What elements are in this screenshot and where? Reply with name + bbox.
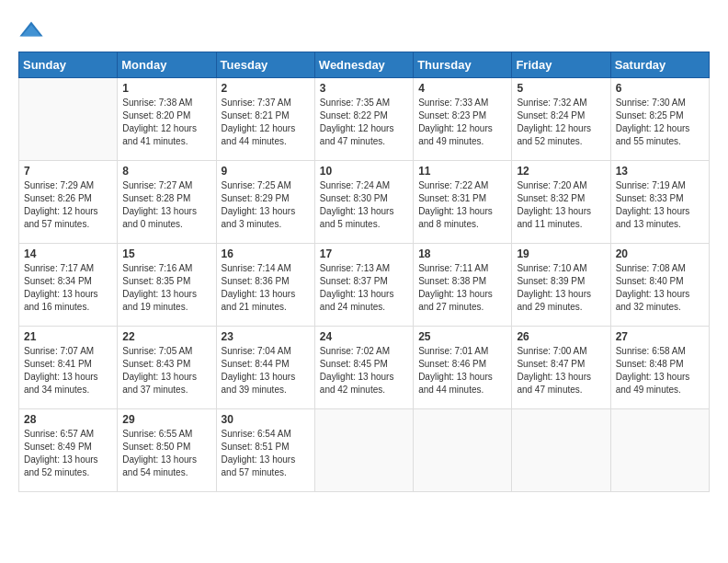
calendar-cell: 13Sunrise: 7:19 AM Sunset: 8:33 PM Dayli… [610, 161, 709, 244]
day-number: 20 [616, 247, 704, 260]
day-sun-info: Sunrise: 6:55 AM Sunset: 8:50 PM Dayligh… [122, 428, 210, 479]
calendar-cell: 25Sunrise: 7:01 AM Sunset: 8:46 PM Dayli… [414, 327, 512, 409]
day-number: 1 [122, 82, 210, 95]
day-sun-info: Sunrise: 7:02 AM Sunset: 8:45 PM Dayligh… [320, 345, 408, 396]
day-number: 13 [616, 165, 704, 178]
day-number: 5 [517, 82, 605, 95]
calendar-cell: 3Sunrise: 7:35 AM Sunset: 8:22 PM Daylig… [314, 78, 413, 161]
day-header-monday: Monday [118, 52, 216, 78]
calendar-cell: 28Sunrise: 6:57 AM Sunset: 8:49 PM Dayli… [19, 409, 118, 492]
calendar-cell: 7Sunrise: 7:29 AM Sunset: 8:26 PM Daylig… [19, 161, 118, 244]
logo [18, 18, 48, 44]
day-sun-info: Sunrise: 7:20 AM Sunset: 8:32 PM Dayligh… [517, 179, 605, 231]
day-number: 11 [418, 165, 506, 178]
day-sun-info: Sunrise: 7:00 AM Sunset: 8:47 PM Dayligh… [517, 345, 605, 396]
day-sun-info: Sunrise: 7:07 AM Sunset: 8:41 PM Dayligh… [24, 345, 112, 396]
day-number: 27 [616, 330, 704, 343]
calendar-cell: 2Sunrise: 7:37 AM Sunset: 8:21 PM Daylig… [216, 78, 314, 161]
day-number: 15 [122, 247, 210, 260]
day-sun-info: Sunrise: 6:54 AM Sunset: 8:51 PM Dayligh… [222, 428, 310, 479]
calendar-cell [512, 409, 610, 492]
calendar-cell: 12Sunrise: 7:20 AM Sunset: 8:32 PM Dayli… [512, 161, 610, 244]
day-sun-info: Sunrise: 7:24 AM Sunset: 8:30 PM Dayligh… [320, 179, 408, 231]
days-header-row: SundayMondayTuesdayWednesdayThursdayFrid… [19, 52, 710, 78]
day-number: 21 [24, 330, 112, 343]
day-sun-info: Sunrise: 7:38 AM Sunset: 8:20 PM Dayligh… [122, 97, 210, 148]
day-sun-info: Sunrise: 7:11 AM Sunset: 8:38 PM Dayligh… [418, 262, 506, 314]
logo-icon [18, 18, 44, 44]
week-row-3: 14Sunrise: 7:17 AM Sunset: 8:34 PM Dayli… [19, 244, 710, 327]
day-sun-info: Sunrise: 7:14 AM Sunset: 8:36 PM Dayligh… [222, 262, 310, 314]
calendar-cell [19, 78, 118, 161]
calendar-table: SundayMondayTuesdayWednesdayThursdayFrid… [18, 52, 710, 492]
day-number: 22 [122, 330, 210, 343]
day-sun-info: Sunrise: 7:25 AM Sunset: 8:29 PM Dayligh… [222, 179, 310, 231]
day-number: 18 [418, 247, 506, 260]
day-header-wednesday: Wednesday [314, 52, 413, 78]
day-number: 14 [24, 247, 112, 260]
calendar-cell [610, 409, 709, 492]
day-number: 6 [616, 82, 704, 95]
calendar-cell: 8Sunrise: 7:27 AM Sunset: 8:28 PM Daylig… [118, 161, 216, 244]
day-sun-info: Sunrise: 7:33 AM Sunset: 8:23 PM Dayligh… [418, 97, 506, 148]
day-number: 26 [517, 330, 605, 343]
day-sun-info: Sunrise: 7:32 AM Sunset: 8:24 PM Dayligh… [517, 97, 605, 148]
day-sun-info: Sunrise: 7:35 AM Sunset: 8:22 PM Dayligh… [320, 97, 408, 148]
calendar-cell: 26Sunrise: 7:00 AM Sunset: 8:47 PM Dayli… [512, 327, 610, 409]
day-number: 23 [222, 330, 310, 343]
day-sun-info: Sunrise: 6:58 AM Sunset: 8:48 PM Dayligh… [616, 345, 704, 396]
day-header-tuesday: Tuesday [216, 52, 314, 78]
day-number: 2 [222, 82, 310, 95]
day-sun-info: Sunrise: 7:08 AM Sunset: 8:40 PM Dayligh… [616, 262, 704, 314]
day-number: 16 [222, 247, 310, 260]
calendar-cell: 22Sunrise: 7:05 AM Sunset: 8:43 PM Dayli… [118, 327, 216, 409]
day-number: 17 [320, 247, 408, 260]
calendar-cell: 5Sunrise: 7:32 AM Sunset: 8:24 PM Daylig… [512, 78, 610, 161]
week-row-1: 1Sunrise: 7:38 AM Sunset: 8:20 PM Daylig… [19, 78, 710, 161]
day-number: 8 [122, 165, 210, 178]
day-sun-info: Sunrise: 7:29 AM Sunset: 8:26 PM Dayligh… [24, 179, 112, 231]
calendar-cell: 4Sunrise: 7:33 AM Sunset: 8:23 PM Daylig… [414, 78, 512, 161]
calendar-cell: 23Sunrise: 7:04 AM Sunset: 8:44 PM Dayli… [216, 327, 314, 409]
day-number: 24 [320, 330, 408, 343]
calendar-cell: 30Sunrise: 6:54 AM Sunset: 8:51 PM Dayli… [216, 409, 314, 492]
calendar-cell: 10Sunrise: 7:24 AM Sunset: 8:30 PM Dayli… [314, 161, 413, 244]
day-sun-info: Sunrise: 7:05 AM Sunset: 8:43 PM Dayligh… [122, 345, 210, 396]
week-row-2: 7Sunrise: 7:29 AM Sunset: 8:26 PM Daylig… [19, 161, 710, 244]
day-sun-info: Sunrise: 7:04 AM Sunset: 8:44 PM Dayligh… [222, 345, 310, 396]
calendar-cell: 17Sunrise: 7:13 AM Sunset: 8:37 PM Dayli… [314, 244, 413, 327]
day-header-saturday: Saturday [610, 52, 709, 78]
day-sun-info: Sunrise: 7:27 AM Sunset: 8:28 PM Dayligh… [122, 179, 210, 231]
calendar-cell: 27Sunrise: 6:58 AM Sunset: 8:48 PM Dayli… [610, 327, 709, 409]
day-sun-info: Sunrise: 7:10 AM Sunset: 8:39 PM Dayligh… [517, 262, 605, 314]
day-number: 9 [222, 165, 310, 178]
calendar-cell: 24Sunrise: 7:02 AM Sunset: 8:45 PM Dayli… [314, 327, 413, 409]
day-sun-info: Sunrise: 7:22 AM Sunset: 8:31 PM Dayligh… [418, 179, 506, 231]
day-sun-info: Sunrise: 7:16 AM Sunset: 8:35 PM Dayligh… [122, 262, 210, 314]
day-sun-info: Sunrise: 7:19 AM Sunset: 8:33 PM Dayligh… [616, 179, 704, 231]
calendar-cell: 18Sunrise: 7:11 AM Sunset: 8:38 PM Dayli… [414, 244, 512, 327]
day-number: 28 [24, 413, 112, 426]
calendar-cell: 1Sunrise: 7:38 AM Sunset: 8:20 PM Daylig… [118, 78, 216, 161]
calendar-cell: 21Sunrise: 7:07 AM Sunset: 8:41 PM Dayli… [19, 327, 118, 409]
day-sun-info: Sunrise: 6:57 AM Sunset: 8:49 PM Dayligh… [24, 428, 112, 479]
day-sun-info: Sunrise: 7:17 AM Sunset: 8:34 PM Dayligh… [24, 262, 112, 314]
day-number: 7 [24, 165, 112, 178]
day-sun-info: Sunrise: 7:01 AM Sunset: 8:46 PM Dayligh… [418, 345, 506, 396]
day-number: 19 [517, 247, 605, 260]
day-header-sunday: Sunday [19, 52, 118, 78]
calendar-cell: 14Sunrise: 7:17 AM Sunset: 8:34 PM Dayli… [19, 244, 118, 327]
calendar-cell: 20Sunrise: 7:08 AM Sunset: 8:40 PM Dayli… [610, 244, 709, 327]
day-sun-info: Sunrise: 7:30 AM Sunset: 8:25 PM Dayligh… [616, 97, 704, 148]
day-sun-info: Sunrise: 7:37 AM Sunset: 8:21 PM Dayligh… [222, 97, 310, 148]
calendar-cell: 6Sunrise: 7:30 AM Sunset: 8:25 PM Daylig… [610, 78, 709, 161]
day-header-friday: Friday [512, 52, 610, 78]
calendar-cell: 19Sunrise: 7:10 AM Sunset: 8:39 PM Dayli… [512, 244, 610, 327]
week-row-4: 21Sunrise: 7:07 AM Sunset: 8:41 PM Dayli… [19, 327, 710, 409]
day-number: 4 [418, 82, 506, 95]
calendar-cell: 11Sunrise: 7:22 AM Sunset: 8:31 PM Dayli… [414, 161, 512, 244]
day-sun-info: Sunrise: 7:13 AM Sunset: 8:37 PM Dayligh… [320, 262, 408, 314]
calendar-cell: 29Sunrise: 6:55 AM Sunset: 8:50 PM Dayli… [118, 409, 216, 492]
calendar-cell [414, 409, 512, 492]
day-number: 30 [222, 413, 310, 426]
